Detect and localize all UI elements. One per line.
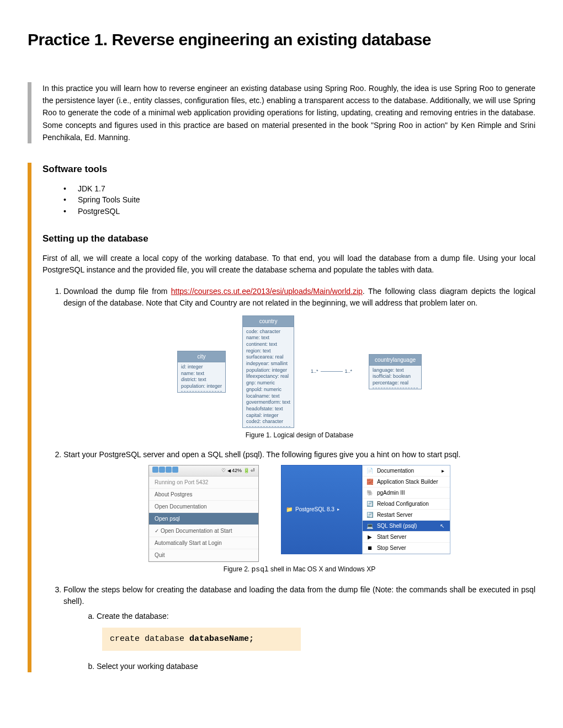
mac-menubar: ♡ ◀ 42% 🔋 ⏎ xyxy=(149,465,258,477)
menu-icon: 🔄 xyxy=(366,511,374,519)
content-block: Software tools JDK 1.7 Spring Tools Suit… xyxy=(28,163,535,672)
steps-list: Download the dump file from https://cour… xyxy=(63,286,535,673)
mac-open-psql-item[interactable]: Open psql xyxy=(149,513,258,525)
substeps: Create the database: xyxy=(97,611,535,622)
erd-attr: region: text xyxy=(246,348,290,355)
erd-attr: population: integer xyxy=(181,383,222,390)
erd-attr: code2: character xyxy=(246,419,290,425)
erd-diagram: city id: integer name: text district: te… xyxy=(63,315,535,428)
erd-attr: district: text xyxy=(181,377,222,383)
code-create-db: create database databaseName; xyxy=(102,628,301,651)
erd-attr: percentage: real xyxy=(373,380,418,387)
erd-attr: id: integer xyxy=(181,364,222,371)
mac-menu-screenshot: ♡ ◀ 42% 🔋 ⏎ Running on Port 5432 About P… xyxy=(148,465,259,563)
list-item: Spring Tools Suite xyxy=(63,194,535,205)
code-param: databaseName; xyxy=(189,634,254,644)
figure-2-caption: Figure 2. psql shell in Mac OS X and Win… xyxy=(63,564,535,575)
psql-code: psql xyxy=(252,565,269,574)
win-submenu: 📄Documentation▸🧱Application Stack Builde… xyxy=(362,465,450,554)
menu-label: pgAdmin III xyxy=(377,489,405,497)
win-menu-item[interactable]: ▶Start Server xyxy=(363,532,450,543)
mac-menubar-icons xyxy=(152,467,179,475)
menu-icon: 📄 xyxy=(366,467,374,475)
mac-about-item[interactable]: About Postgres xyxy=(149,489,258,501)
erd-attr: lifeexpectancy: real xyxy=(246,373,290,380)
menu-label: Documentation xyxy=(377,467,414,475)
win-menu-item[interactable]: 🧱Application Stack Builder xyxy=(363,477,450,488)
software-list: JDK 1.7 Spring Tools Suite PostgreSQL xyxy=(63,183,535,217)
code-text: create database xyxy=(110,634,189,644)
erd-attr: code: character xyxy=(246,329,290,335)
erd-attr: population: integer xyxy=(246,367,290,374)
setup-heading: Setting up the database xyxy=(43,232,535,246)
erd-country-title: country xyxy=(243,316,294,326)
win-menu-item[interactable]: 🔄Restart Server xyxy=(363,510,450,521)
mac-port-item: Running on Port 5432 xyxy=(149,477,258,489)
substeps-2: Select your working database xyxy=(97,661,535,672)
menu-icon: 🔄 xyxy=(366,500,374,508)
erd-attr: isofficial: boolean xyxy=(373,373,418,380)
menu-icon: 🧱 xyxy=(366,478,374,486)
win-menu-item[interactable]: 🐘pgAdmin III xyxy=(363,488,450,499)
substep-a: Create the database: xyxy=(97,611,535,622)
menu-label: Application Stack Builder xyxy=(377,478,438,486)
menu-icon: ⏹ xyxy=(366,544,374,552)
erd-attr: capital: integer xyxy=(246,413,290,419)
substep-b: Select your working database xyxy=(97,661,535,672)
folder-icon: 📁 xyxy=(286,505,293,513)
setup-body: First of all, we will create a local cop… xyxy=(43,253,535,276)
step-2-text: Start your PostgreSQL server and open a … xyxy=(63,450,460,459)
software-section: Software tools JDK 1.7 Spring Tools Suit… xyxy=(43,163,535,217)
win-postgres-button[interactable]: 📁 PostgreSQL 8.3 ▸ xyxy=(281,465,362,554)
erd-attr: headofstate: text xyxy=(246,406,290,413)
list-item: JDK 1.7 xyxy=(63,183,535,194)
erd-lang-title: countrylanguage xyxy=(369,355,421,365)
win-menu-item[interactable]: 💻SQL Shell (psql)↖ xyxy=(363,521,450,532)
rel-right-mult: 1..* xyxy=(345,368,353,376)
erd-attr: language: text xyxy=(373,367,418,374)
erd-city: city id: integer name: text district: te… xyxy=(177,351,226,393)
erd-attr: govermentform: text xyxy=(246,399,290,406)
menu-label: Restart Server xyxy=(377,511,412,519)
win-menu-item[interactable]: ⏹Stop Server xyxy=(363,543,450,554)
erd-countrylanguage: countrylanguage language: text isofficia… xyxy=(369,354,422,389)
menu-icon: 🐘 xyxy=(366,489,374,497)
step-2: Start your PostgreSQL server and open a … xyxy=(63,449,535,575)
erd-attr: gnpold: numeric xyxy=(246,387,290,393)
erd-attr: name: text xyxy=(181,371,222,377)
erd-attr: continent: text xyxy=(246,341,290,348)
chevron-right-icon: ▸ xyxy=(337,506,339,513)
mac-quit-item[interactable]: Quit xyxy=(149,549,258,561)
step-1-text-a: Download the dump file from xyxy=(63,287,171,296)
erd-relation: 1..* 1..* xyxy=(311,368,352,376)
dump-link[interactable]: https://courses.cs.ut.ee/2013/esi/upload… xyxy=(171,287,363,296)
menu-label: Stop Server xyxy=(377,544,406,552)
win-menu-item[interactable]: 📄Documentation▸ xyxy=(363,465,450,477)
cursor-icon: ↖ xyxy=(440,522,444,530)
mac-autostart-item[interactable]: Automatically Start at Login xyxy=(149,537,258,549)
menu-icon: ▶ xyxy=(366,533,374,541)
step-1: Download the dump file from https://cour… xyxy=(63,286,535,440)
intro-text: In this practice you will learn how to r… xyxy=(43,82,535,144)
menu-label: SQL Shell (psql) xyxy=(377,522,417,530)
erd-city-title: city xyxy=(178,351,225,362)
figure-1-caption: Figure 1. Logical design of Database xyxy=(63,430,535,440)
rel-left-mult: 1..* xyxy=(311,368,318,376)
step-3: Follow the steps below for creating the … xyxy=(63,584,535,673)
relation-line xyxy=(321,371,343,372)
screenshots-row: ♡ ◀ 42% 🔋 ⏎ Running on Port 5432 About P… xyxy=(63,465,535,563)
step-3-text: Follow the steps below for creating the … xyxy=(63,585,535,606)
menu-icon: 💻 xyxy=(366,522,374,530)
erd-attr: gnp: numeric xyxy=(246,380,290,387)
mac-docs-item[interactable]: Open Documentation xyxy=(149,501,258,513)
win-btn-label: PostgreSQL 8.3 xyxy=(295,505,334,513)
win-menu-item[interactable]: 🔄Reload Configuration xyxy=(363,499,450,510)
mac-status: ♡ ◀ 42% 🔋 ⏎ xyxy=(221,467,255,475)
win-menu-screenshot: 📁 PostgreSQL 8.3 ▸ 📄Documentation▸🧱Appli… xyxy=(281,465,450,554)
menu-label: Start Server xyxy=(377,533,406,541)
list-item: PostgreSQL xyxy=(63,206,535,217)
menu-label: Reload Configuration xyxy=(377,500,429,508)
erd-attr: name: text xyxy=(246,335,290,341)
software-heading: Software tools xyxy=(43,163,535,176)
mac-startdoc-item[interactable]: Open Documentation at Start xyxy=(149,525,258,537)
